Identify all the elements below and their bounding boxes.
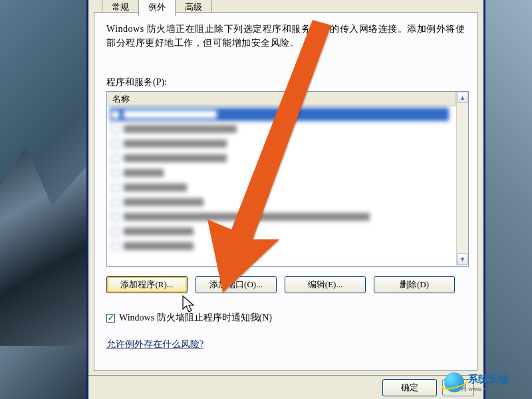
edit-button[interactable]: 编辑(E)...	[285, 276, 366, 293]
add-port-button[interactable]: 添加端口(O)...	[196, 276, 277, 293]
notify-checkbox-row[interactable]: ✓ Windows 防火墙阻止程序时通知我(N)	[106, 312, 466, 324]
scroll-down-button[interactable]: ▼	[457, 253, 468, 265]
list-item[interactable]	[110, 122, 449, 136]
list-item[interactable]	[110, 210, 449, 223]
list-item[interactable]	[110, 137, 449, 150]
list-item[interactable]	[110, 108, 449, 121]
button-row: 添加程序(R)... 添加端口(O)... 编辑(E)... 删除(D)	[106, 276, 466, 293]
programs-label: 程序和服务(P):	[106, 76, 466, 88]
list-column-header[interactable]: 名称	[107, 92, 456, 106]
list-item[interactable]	[110, 181, 449, 194]
tab-exceptions[interactable]: 例外	[138, 0, 176, 16]
add-program-button[interactable]: 添加程序(R)...	[106, 276, 188, 293]
scroll-up-button[interactable]: ▲	[457, 92, 468, 103]
description-text: Windows 防火墙正在阻止除下列选定程序和服务之外的传入网络连接。添加例外将…	[106, 22, 466, 50]
watermark-title: 系统天地	[468, 373, 508, 384]
delete-button[interactable]: 删除(D)	[374, 276, 455, 293]
wallpaper-right	[485, 0, 532, 399]
wallpaper-left	[0, 0, 86, 399]
list-item[interactable]	[110, 239, 449, 253]
list-body	[107, 106, 456, 266]
list-item[interactable]	[110, 166, 449, 180]
programs-list[interactable]: 名称 ▲ ▼	[106, 91, 469, 267]
risk-link-row: 允许例外存在什么风险?	[106, 338, 466, 350]
firewall-dialog: 常规 例外 高级 Windows 防火墙正在阻止除下列选定程序和服务之外的传入网…	[86, 0, 485, 399]
list-item[interactable]	[110, 196, 449, 209]
dialog-bottom-bar: 确定 取消	[88, 375, 483, 399]
list-item[interactable]	[110, 225, 449, 238]
exceptions-panel: Windows 防火墙正在阻止除下列选定程序和服务之外的传入网络连接。添加例外将…	[94, 12, 478, 371]
ok-button[interactable]: 确定	[382, 379, 437, 396]
scrollbar[interactable]: ▲ ▼	[456, 92, 468, 266]
list-item[interactable]	[110, 152, 449, 165]
globe-icon	[444, 372, 464, 392]
watermark: 系统天地 www.XiTongTianDi.net	[444, 372, 528, 392]
watermark-url: www.XiTongTianDi.net	[468, 386, 528, 392]
notify-label: Windows 防火墙阻止程序时通知我(N)	[119, 312, 272, 324]
risk-link[interactable]: 允许例外存在什么风险?	[106, 339, 203, 349]
notify-checkbox[interactable]: ✓	[106, 314, 115, 323]
